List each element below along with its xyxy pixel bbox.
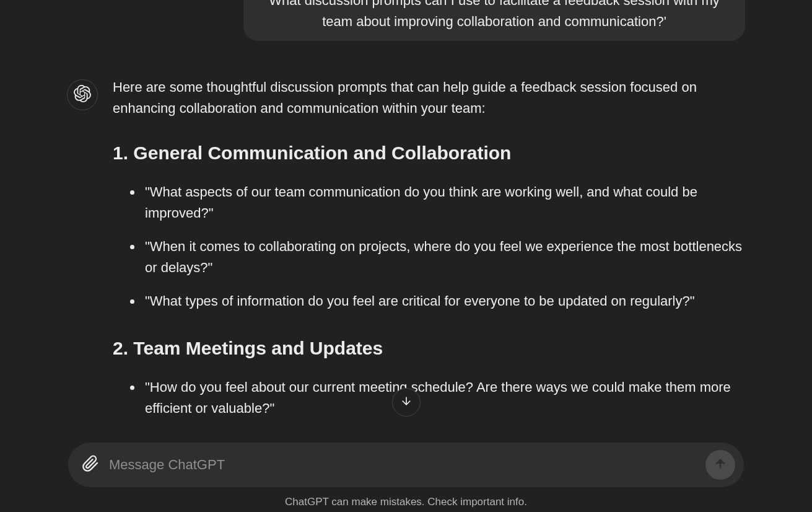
assistant-content: Here are some thoughtful discussion prom… [113,77,745,441]
assistant-intro-text: Here are some thoughtful discussion prom… [113,77,745,119]
attach-button[interactable] [82,455,99,475]
section-number: 1. [113,143,133,163]
user-message-bubble: What discussion prompts can I use to fac… [243,0,745,41]
arrow-up-icon [714,457,727,473]
bullet-list-1: "What aspects of our team communication … [113,182,745,312]
conversation-container: What discussion prompts can I use to fac… [0,0,812,512]
messages-area: What discussion prompts can I use to fac… [0,0,812,512]
input-bar [68,443,744,487]
assistant-avatar [67,79,98,110]
paperclip-icon [82,455,99,475]
section-heading-2: 2. Team Meetings and Updates [113,334,745,363]
user-message-text: What discussion prompts can I use to fac… [269,0,720,29]
section-title: Team Meetings and Updates [133,338,383,358]
arrow-down-icon [400,395,413,410]
bullet-list-2: "How do you feel about our current meeti… [113,377,745,419]
list-item: "How do you feel about our current meeti… [142,377,745,419]
list-item: "What types of information do you feel a… [142,291,745,312]
assistant-message-wrapper: Here are some thoughtful discussion prom… [30,77,782,441]
section-number: 2. [113,338,133,358]
section-heading-1: 1. General Communication and Collaborati… [113,139,745,168]
user-message-wrapper: What discussion prompts can I use to fac… [30,0,782,41]
scroll-to-bottom-button[interactable] [392,388,421,417]
message-input[interactable] [109,452,696,478]
list-item: "When it comes to collaborating on proje… [142,236,745,278]
openai-logo-icon [74,85,91,105]
input-area: ChatGPT can make mistakes. Check importa… [0,443,812,512]
disclaimer-text: ChatGPT can make mistakes. Check importa… [285,487,527,510]
list-item: "What aspects of our team communication … [142,182,745,224]
send-button[interactable] [705,450,735,480]
section-title: General Communication and Collaboration [133,143,511,163]
